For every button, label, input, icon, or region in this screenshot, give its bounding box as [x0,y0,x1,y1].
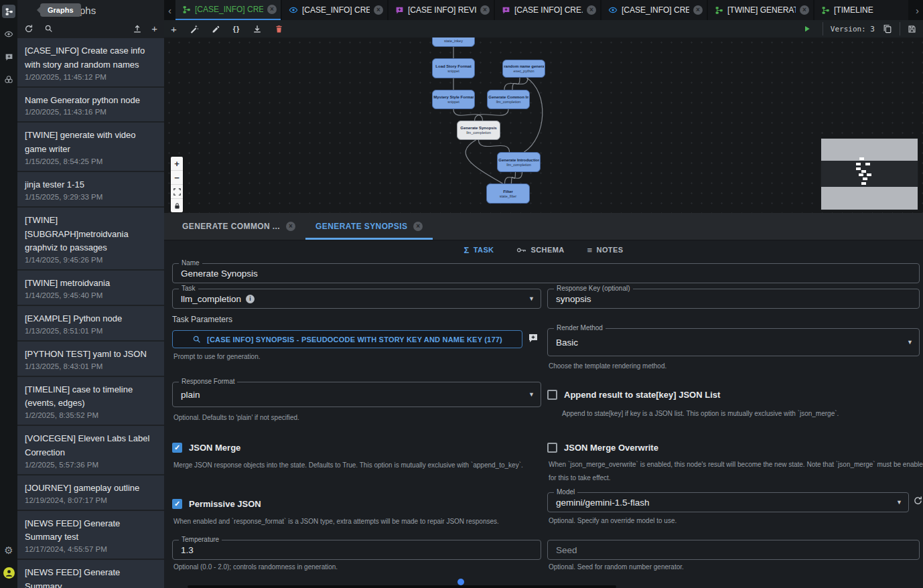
document-tab[interactable]: [CASE INFO] CRE...× [495,0,600,20]
rail-account-button[interactable] [0,561,17,584]
document-tab[interactable]: [TWINE] GENERAT...× [708,0,813,20]
copy-icon[interactable] [883,24,892,33]
tab-close-icon[interactable]: × [374,5,383,15]
account-icon [4,568,14,578]
tabs-scroll-right-icon[interactable]: › [912,0,923,20]
name-field[interactable]: Name Generate Synopsis [172,263,920,283]
refresh-icon[interactable] [24,24,33,33]
permissive-json-checkbox[interactable] [172,499,182,509]
graph-item-timestamp: 12/17/2024, 4:55:57 PM [25,545,157,553]
permissive-json-checkbox-row[interactable]: Permissive JSON [172,499,261,509]
graph-node[interactable]: Generate Common Infollm_completion [487,90,530,109]
zoom-out-button[interactable]: − [171,171,183,185]
graph-canvas[interactable]: state_inkeyLoad Story Formatsnippetrando… [164,38,923,213]
graph-list-item[interactable]: [EXAMPLE] Python node1/13/2025, 8:51:01 … [17,306,164,340]
node-task-type: llm_completion [496,100,521,104]
wand-button[interactable] [190,24,199,33]
tab-close-icon[interactable]: × [800,5,809,15]
save-icon[interactable] [908,25,916,33]
temperature-field[interactable]: Temperature 1.3 [172,540,541,560]
graph-node[interactable]: state_inkey [432,38,475,47]
graph-list-item[interactable]: [TWINE] generate with video game writer1… [17,123,164,171]
model-refresh-icon[interactable] [913,496,923,506]
document-tab[interactable]: [CASE_INFO] CRE...× [601,0,707,20]
graph-node[interactable]: Load Story Formatsnippet [432,58,475,78]
lock-button[interactable] [171,199,183,212]
task-select[interactable]: Task llm_completion i ▼ [172,289,541,309]
document-tab[interactable]: [TIMELINE [814,0,908,20]
scroll-indicator-dot[interactable] [457,579,464,585]
rail-gear-button[interactable]: ⚙ [0,538,17,561]
task-parameters-label: Task Parameters [172,315,232,324]
seed-field[interactable]: Seed [547,540,920,560]
node-task-type: llm_completion [466,131,491,135]
fit-view-button[interactable] [171,185,183,199]
graph-node[interactable]: Generate Synopsisllm_completion [457,121,500,140]
json-merge-helper: Merge JSON response objects into the sta… [173,461,523,469]
download-button[interactable] [253,24,262,33]
zoom-in-button[interactable]: + [171,157,183,171]
trash-button[interactable] [275,25,283,33]
plus-button[interactable]: + [171,24,177,34]
graph-list-item[interactable]: jinja tester 1-151/15/2025, 9:29:33 PM [17,172,164,206]
plus-icon[interactable]: + [151,23,157,33]
graph-list-item[interactable]: [VOICEGEN] Eleven Labs Label Correction1… [17,426,164,474]
graph-list-item[interactable]: Name Generator python node1/20/2025, 11:… [17,88,164,122]
tab-close-icon[interactable]: × [587,5,596,15]
rail-eye-button[interactable] [0,23,17,46]
model-select[interactable]: Model gemini/gemini-1.5-flash ▼ [547,492,909,512]
graph-list-item[interactable]: [JOURNEY] gameplay outline12/19/2024, 8:… [17,475,164,510]
graph-node[interactable]: Generate Introductionllm_completion [497,152,541,172]
subtab-schema[interactable]: SCHEMA [516,246,564,254]
graph-list-item[interactable]: [NEWS FEED] Generate Summary test12/17/2… [17,511,164,559]
json-merge-checkbox-row[interactable]: JSON Merge [172,443,240,453]
graph-list-item[interactable]: [TIMELINE] case to timeline (events, edg… [17,377,164,425]
rail-knot-button[interactable] [0,68,17,91]
node-tab[interactable]: GENERATE SYNOPSIS× [305,213,433,240]
minimap[interactable] [821,138,918,210]
node-tab[interactable]: GENERATE COMMON ...× [172,213,305,240]
tab-close-icon[interactable]: × [480,5,490,15]
node-tab-close-icon[interactable]: × [286,222,295,231]
comment-plus-icon [5,53,13,62]
json-merge-overwrite-checkbox[interactable] [547,443,557,453]
render-method-select[interactable]: Render Method Basic ▼ [547,328,920,356]
chevron-down-icon: ▼ [528,391,535,398]
response-format-select[interactable]: Response Format plain ▼ [172,382,541,407]
prompt-name: [CASE INFO] SYNOPSIS - PSEUDOCODE WITH S… [207,336,502,344]
json-merge-overwrite-checkbox-row[interactable]: JSON Merge Overwrite [547,443,658,453]
pencil-button[interactable] [212,25,220,33]
node-tab-close-icon[interactable]: × [413,222,423,231]
rail-graph-button[interactable] [0,0,17,23]
response-key-field[interactable]: Response Key (optional) synopsis [547,289,920,309]
render-method-value: Basic [556,338,578,348]
document-tab[interactable]: [CASE_INFO] CRE...× [282,0,387,20]
subtab-task[interactable]: ΣTASK [464,246,494,254]
graph-list-item[interactable]: [TWINE] metroidvania1/14/2025, 9:45:40 P… [17,271,164,305]
upload-icon[interactable] [133,23,142,33]
graph-node[interactable]: Mystery Style Format...snippet [432,90,475,109]
graph-list-item[interactable]: [NEWS FEED] Generate Summary12/17/2024, … [17,560,164,588]
graph-node[interactable]: random name genera...exec_python [502,60,545,78]
rail-comment-plus-button[interactable] [0,46,17,68]
tab-close-icon[interactable]: × [267,5,277,14]
tab-close-icon[interactable]: × [693,5,703,15]
run-play-icon[interactable] [803,25,811,33]
tabs-scroll-left-icon[interactable]: ‹ [164,0,175,20]
graph-list-item[interactable]: [PYTHON TEST] yaml to JSON1/13/2025, 8:4… [17,342,164,376]
json-merge-checkbox[interactable] [172,443,182,453]
braces-button[interactable]: {} [233,25,240,33]
graph-list-item[interactable]: [TWINE][SUBGRAPH]metroidvania graphviz t… [17,208,164,269]
horizontal-scrollbar[interactable] [188,585,616,588]
search-icon[interactable] [44,24,53,33]
document-tab[interactable]: [CASE_INFO] CRE...× [175,0,281,20]
task-info-icon[interactable]: i [246,295,255,303]
prompt-select-button[interactable]: [CASE INFO] SYNOPSIS - PSEUDOCODE WITH S… [172,330,522,348]
graph-list-item[interactable]: [CASE_INFO] Create case info with story … [17,38,164,86]
graph-node[interactable]: Filterstate_filter [486,183,530,204]
append-to-key-checkbox-row[interactable]: Append result to state[key] JSON List [547,390,720,400]
document-tab[interactable]: [CASE INFO] REVI...× [388,0,494,20]
prompt-library-icon[interactable] [528,333,539,344]
append-to-key-checkbox[interactable] [547,390,557,400]
subtab-notes[interactable]: ≡NOTES [587,246,624,254]
